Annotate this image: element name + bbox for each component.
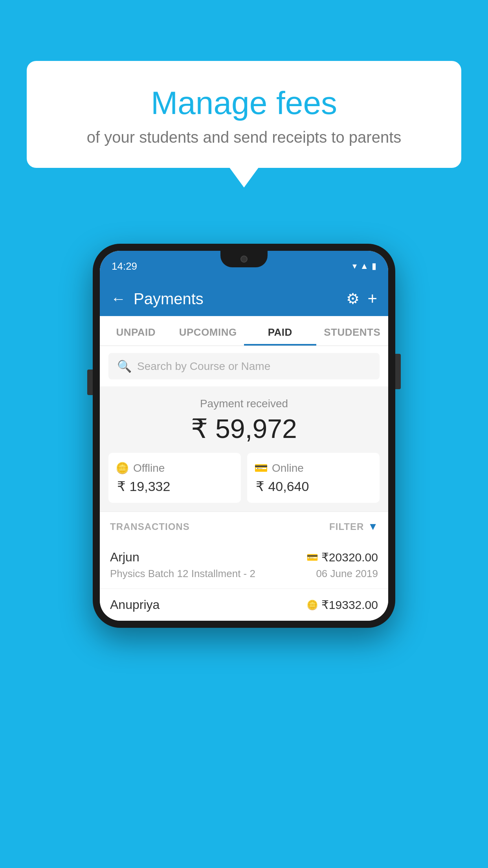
offline-label: Offline <box>133 462 165 474</box>
partial-amount-row: 🪙 ₹19332.00 <box>306 598 378 612</box>
wifi-icon: ▾ <box>352 261 357 271</box>
transaction-row[interactable]: Arjun 💳 ₹20320.00 Physics Batch 12 Insta… <box>100 541 388 589</box>
transaction-amount-row: 💳 ₹20320.00 <box>306 550 378 564</box>
bubble-subtitle: of your students and send receipts to pa… <box>42 129 446 146</box>
online-card-header: 💳 Online <box>254 462 304 474</box>
online-icon: 💳 <box>254 462 268 474</box>
transactions-header: TRANSACTIONS FILTER ▼ <box>100 511 388 541</box>
payment-total-amount: ₹ 59,972 <box>108 413 380 444</box>
transactions-label: TRANSACTIONS <box>110 521 190 532</box>
phone-screen: 14:29 ▾ ▲ ▮ ← Payments ⚙ + UNPAID <box>100 251 388 621</box>
offline-icon: 🪙 <box>116 462 129 474</box>
transaction-row-top: Arjun 💳 ₹20320.00 <box>110 550 378 565</box>
phone-wrapper: 14:29 ▾ ▲ ▮ ← Payments ⚙ + UNPAID <box>93 244 395 628</box>
camera-dot <box>240 256 248 263</box>
header-title: Payments <box>134 290 338 308</box>
status-icons: ▾ ▲ ▮ <box>352 261 376 271</box>
battery-icon: ▮ <box>372 261 376 271</box>
payment-summary: Payment received ₹ 59,972 🪙 Offline ₹ 19… <box>100 386 388 511</box>
back-button[interactable]: ← <box>111 291 126 307</box>
partial-amount: ₹19332.00 <box>321 598 378 612</box>
transaction-name: Arjun <box>110 550 139 565</box>
partial-row-top: Anupriya 🪙 ₹19332.00 <box>110 598 378 612</box>
bubble-title: Manage fees <box>42 85 446 121</box>
transaction-amount: ₹20320.00 <box>321 550 378 564</box>
tabs-bar: UNPAID UPCOMING PAID STUDENTS <box>100 316 388 346</box>
speech-bubble-container: Manage fees of your students and send re… <box>27 61 461 168</box>
tab-students[interactable]: STUDENTS <box>316 316 389 346</box>
speech-bubble: Manage fees of your students and send re… <box>27 61 461 168</box>
partial-name: Anupriya <box>110 598 160 612</box>
transaction-course: Physics Batch 12 Installment - 2 <box>110 568 255 580</box>
search-container: 🔍 Search by Course or Name <box>100 346 388 386</box>
filter-label: FILTER <box>329 521 364 532</box>
filter-icon: ▼ <box>368 520 378 533</box>
partial-transaction-row[interactable]: Anupriya 🪙 ₹19332.00 <box>100 589 388 621</box>
payment-received-label: Payment received <box>108 397 380 410</box>
app-header: ← Payments ⚙ + <box>100 281 388 316</box>
card-payment-icon: 💳 <box>306 552 318 563</box>
tab-unpaid[interactable]: UNPAID <box>100 316 172 346</box>
search-bar[interactable]: 🔍 Search by Course or Name <box>108 353 380 379</box>
gear-icon[interactable]: ⚙ <box>346 290 360 307</box>
search-icon: 🔍 <box>117 359 132 373</box>
status-time: 14:29 <box>112 260 137 272</box>
transaction-detail: Physics Batch 12 Installment - 2 06 June… <box>110 568 378 580</box>
status-bar: 14:29 ▾ ▲ ▮ <box>100 251 388 281</box>
search-input[interactable]: Search by Course or Name <box>137 360 270 373</box>
online-amount: ₹ 40,640 <box>254 478 309 494</box>
offline-card: 🪙 Offline ₹ 19,332 <box>108 453 241 503</box>
filter-button[interactable]: FILTER ▼ <box>329 520 378 533</box>
payment-cards: 🪙 Offline ₹ 19,332 💳 Online ₹ 40,640 <box>108 453 380 503</box>
online-label: Online <box>272 462 304 474</box>
online-card: 💳 Online ₹ 40,640 <box>247 453 380 503</box>
signal-icon: ▲ <box>360 261 369 271</box>
tab-paid[interactable]: PAID <box>244 316 316 346</box>
transaction-date: 06 June 2019 <box>316 568 378 580</box>
offline-card-header: 🪙 Offline <box>116 462 165 474</box>
notch-cutout <box>220 251 268 267</box>
offline-amount: ₹ 19,332 <box>116 478 170 494</box>
phone-outer: 14:29 ▾ ▲ ▮ ← Payments ⚙ + UNPAID <box>93 244 395 628</box>
add-button[interactable]: + <box>367 289 377 308</box>
cash-payment-icon: 🪙 <box>306 600 318 611</box>
tab-upcoming[interactable]: UPCOMING <box>172 316 244 346</box>
